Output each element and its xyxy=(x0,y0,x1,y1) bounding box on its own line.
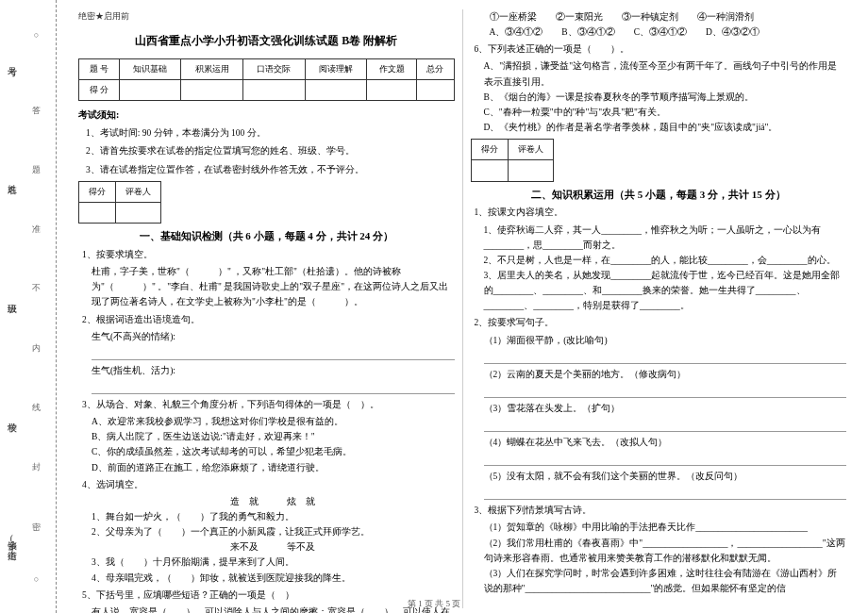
q6-a: A、"满招损，谦受益"这句格言，流传至今至少有两千年了。画线句子中引号的作用是表… xyxy=(484,58,847,89)
gutter-label: 乡镇(街道) xyxy=(5,533,18,554)
p2-q1-l1: 1、使弈秋诲二人弈，其一人_________，惟弈秋之为听；一人虽听之，一心以为… xyxy=(484,223,847,253)
p2-q1-stem: 1、按课文内容填空。 xyxy=(475,205,847,220)
th: 积累运用 xyxy=(181,58,243,79)
left-column: 绝密★启用前 山西省重点小学小升初语文强化训练试题 B卷 附解析 题 号 知识基… xyxy=(71,9,463,608)
q2-line: 生气(指生机、活力): xyxy=(92,363,455,378)
section-score-box: 得分 评卷人 xyxy=(471,139,554,182)
seal-line-markers: ○ 答 题 准 不 内 线 封 密 ○ xyxy=(30,0,42,613)
score-label: 得分 xyxy=(79,181,116,202)
q4-words2: 来不及 等不及 xyxy=(92,539,455,555)
th: 口语交际 xyxy=(243,58,306,79)
answer-line xyxy=(484,487,847,500)
p2-q1-l2: 2、不只是树，人也是一样，在_________的人，能比较_________，会… xyxy=(484,253,847,268)
p2-q2-l5: （5）没有太阳，就不会有我们这个美丽的世界。（改反问句） xyxy=(484,469,847,484)
grader-label: 评卷人 xyxy=(116,181,161,202)
td-blank xyxy=(305,79,367,100)
gutter-field-labels: 考号 姓名 班级 学校 乡镇(街道) xyxy=(5,0,18,613)
q3-b: B、病人出院了，医生边送边说:"请走好，欢迎再来！" xyxy=(92,429,455,444)
secret-mark: 绝密★启用前 xyxy=(78,9,455,24)
q3-c: C、你的成绩虽然差，这次考试却考的可以，希望少犯老毛病。 xyxy=(92,444,455,459)
q4-l2: 2、父母亲为了（ ）一个真正的小新凤霞，让我正式拜师学艺。 xyxy=(92,524,455,539)
page-footer: 第 1 页 共 5 页 xyxy=(0,598,868,610)
q4-l3: 3、我（ ）十月怀胎期满，提早来到了人间。 xyxy=(92,555,455,570)
notice-item: 3、请在试卷指定位置作答，在试卷密封线外作答无效，不予评分。 xyxy=(86,162,455,177)
q4-l4: 4、母亲唱完戏，（ ）卸妆，就被送到医院迎接我的降生。 xyxy=(92,571,455,586)
q2-stem: 2、根据词语造出语境造句。 xyxy=(82,312,455,327)
q6-d: D、《夹竹桃》的作者是著名学者季羡林，题目中的"夹"应该读成"jiá"。 xyxy=(484,120,847,135)
q2-line: 生气(不高兴的情绪): xyxy=(92,329,455,344)
th: 作文题 xyxy=(367,58,417,79)
q6-stem: 6、下列表述正确的一项是（ ）。 xyxy=(475,41,847,57)
notice-item: 2、请首先按要求在试卷的指定位置填写您的姓名、班级、学号。 xyxy=(86,143,455,158)
th: 阅读理解 xyxy=(305,58,367,79)
answer-line xyxy=(484,351,847,364)
exam-title: 山西省重点小学小升初语文强化训练试题 B卷 附解析 xyxy=(78,31,455,50)
answer-line xyxy=(484,453,847,466)
td-blank xyxy=(417,79,455,100)
blank xyxy=(508,160,553,181)
score-label: 得分 xyxy=(471,140,508,160)
binding-gutter: 考号 姓名 班级 学校 乡镇(街道) ○ 答 题 准 不 内 线 封 密 ○ xyxy=(0,0,57,613)
answer-line xyxy=(92,381,455,394)
p2-q3-l3: （3）人们在探究学问时，时常会遇到许多困难，这时往往会有陆游在《游山西村》所说的… xyxy=(484,566,847,596)
section-score-box: 得分 评卷人 xyxy=(78,181,161,224)
grader-label: 评卷人 xyxy=(508,140,553,160)
q3-d: D、前面的道路正在施工，给您添麻烦了，请绕道行驶。 xyxy=(92,460,455,475)
score-summary-table: 题 号 知识基础 积累运用 口语交际 阅读理解 作文题 总分 得 分 xyxy=(78,58,455,102)
p2-q2-l3: （3）雪花落在头发上。（扩句） xyxy=(484,401,847,416)
td-blank xyxy=(181,79,243,100)
marker: ○ xyxy=(32,30,42,40)
blank xyxy=(471,160,508,181)
blank xyxy=(116,203,161,224)
answer-line xyxy=(484,419,847,432)
right-column: ①一座桥梁 ②一束阳光 ③一种镇定剂 ④一种润滑剂 A、③④①② B、③④①② … xyxy=(463,9,855,608)
q3-a: A、欢迎常来我校参观学习，我想这对你们学校是很有益的。 xyxy=(92,414,455,429)
part2-title: 二、知识积累运用（共 5 小题，每题 3 分，共计 15 分） xyxy=(471,186,847,204)
td-blank xyxy=(367,79,417,100)
td-label: 得 分 xyxy=(79,79,120,100)
q3-stem: 3、从场合、对象、礼貌三个角度分析，下列语句得体的一项是（ ）。 xyxy=(82,397,455,412)
part1-title: 一、基础知识检测（共 6 小题，每题 4 分，共计 24 分） xyxy=(78,227,455,245)
p2-q1-l3: 3、居里夫人的美名，从她发现_________起就流传于世，迄今已经百年。这是她… xyxy=(484,268,847,313)
q5-options: ①一座桥梁 ②一束阳光 ③一种镇定剂 ④一种润滑剂 xyxy=(490,9,847,25)
th: 总分 xyxy=(417,58,455,79)
q1-text: 杜甫，字子美，世称"（ ）" ，又称"杜工部"（杜拾遗）。他的诗被称为"（ ）"… xyxy=(92,264,455,309)
notice-item: 1、考试时间: 90 分钟，本卷满分为 100 分。 xyxy=(86,125,455,141)
answer-line xyxy=(92,347,455,360)
td-blank xyxy=(119,79,181,100)
p2-q2-l4: （4）蝴蝶在花丛中飞来飞去。（改拟人句） xyxy=(484,435,847,450)
content-area: 绝密★启用前 山西省重点小学小升初语文强化训练试题 B卷 附解析 题 号 知识基… xyxy=(57,0,868,613)
p2-q3-l2: （2）我们常用杜甫的《春夜喜雨》中"___________________，__… xyxy=(484,536,847,566)
td-blank xyxy=(243,79,306,100)
p2-q3-stem: 3、根据下列情景填写古诗。 xyxy=(475,503,847,518)
p2-q3-l1: （1）贺知章的《咏柳》中用比喻的手法把春天比作_________________… xyxy=(484,520,847,535)
blank xyxy=(79,203,116,224)
exam-page: 考号 姓名 班级 学校 乡镇(街道) ○ 答 题 准 不 内 线 封 密 ○ 绝… xyxy=(0,0,868,613)
answer-line xyxy=(484,385,847,398)
notice-heading: 考试须知: xyxy=(78,107,455,123)
p2-q2-stem: 2、按要求写句子。 xyxy=(475,315,847,330)
th: 题 号 xyxy=(79,58,120,79)
q6-b: B、《烟台的海》一课是按春夏秋冬的季节顺序描写海上景观的。 xyxy=(484,90,847,105)
q6-c: C、"春种一粒粟"中的"种"与"农具"耙"有关。 xyxy=(484,105,847,120)
q4-l1: 1、舞台如一炉火，（ ）了我的勇气和毅力。 xyxy=(92,509,455,524)
q1-stem: 1、按要求填空。 xyxy=(82,247,455,262)
p2-q2-l1: （1）湖面很平静，(改比喻句) xyxy=(484,333,847,348)
q4-stem: 4、选词填空。 xyxy=(82,477,455,492)
q4-words: 造 就 炫 就 xyxy=(92,494,455,509)
marker: ○ xyxy=(32,574,42,584)
th: 知识基础 xyxy=(119,58,181,79)
p2-q2-l2: （2）云南的夏天是个美丽的地方。（修改病句） xyxy=(484,367,847,382)
q5-choices: A、③④①② B、③④①② C、③④①② D、④③②① xyxy=(490,25,847,40)
